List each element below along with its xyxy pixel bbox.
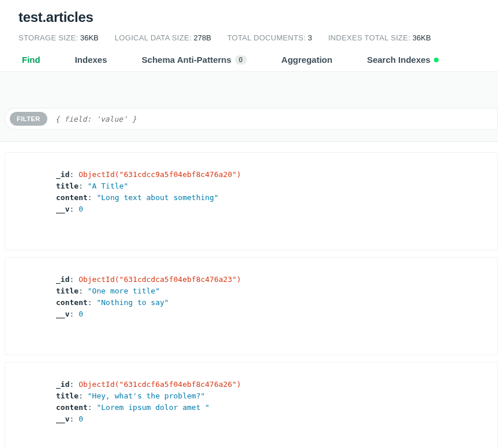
field-value: "A Title" (88, 182, 128, 190)
stat-label: TOTAL DOCUMENTS: (227, 33, 306, 42)
colon: : (88, 403, 97, 412)
field-key: title (56, 287, 78, 295)
field-value: "Nothing to say" (96, 298, 169, 307)
field-key: content (56, 193, 88, 202)
document-field: title: "A Title" (56, 180, 497, 192)
stat-value: 36KB (413, 33, 431, 42)
colon: : (78, 182, 88, 190)
field-value: "Long text about something" (96, 193, 218, 202)
tab-find[interactable]: Find (22, 55, 40, 71)
field-value: 0 (78, 310, 83, 318)
tab-indexes[interactable]: Indexes (75, 55, 107, 71)
stat-indexes: INDEXES TOTAL SIZE: 36KB (328, 33, 431, 42)
tab-schema[interactable]: Schema Anti-Patterns 0 (142, 55, 247, 71)
document-field: __v: 0 (56, 204, 497, 215)
collection-stats: STORAGE SIZE: 36KB LOGICAL DATA SIZE: 27… (18, 33, 480, 42)
field-key: __v (56, 415, 69, 423)
document-field: content: "Long text about something" (56, 192, 497, 204)
document-field: _id: ObjectId("631cdcf6a5f04ebf8c476a26"… (56, 379, 497, 390)
field-key: _id (56, 275, 69, 284)
field-value: ObjectId("631cdcc9a5f04ebf8c476a20") (78, 170, 241, 179)
field-value: "One more title" (88, 287, 160, 295)
document-field: title: "Hey, what's the problem?" (56, 390, 497, 402)
stat-value: 278B (193, 33, 211, 42)
filter-pill[interactable]: FILTER (10, 112, 47, 126)
field-key: __v (56, 205, 69, 213)
document-field: _id: ObjectId("631cdcc9a5f04ebf8c476a20"… (56, 169, 497, 180)
stat-label: INDEXES TOTAL SIZE: (328, 33, 410, 42)
colon: : (69, 380, 78, 389)
colon: : (69, 205, 78, 213)
document-field: title: "One more title" (56, 285, 497, 297)
field-key: content (56, 403, 88, 412)
field-key: title (56, 391, 78, 400)
filter-bar: FILTER (5, 108, 498, 130)
stat-logical: LOGICAL DATA SIZE: 278B (115, 33, 211, 42)
colon: : (88, 193, 97, 202)
tab-aggregation[interactable]: Aggregation (282, 55, 332, 71)
filter-input[interactable] (55, 115, 492, 123)
field-value: "Hey, what's the problem?" (88, 391, 205, 400)
colon: : (78, 287, 88, 295)
stat-value: 36KB (80, 33, 99, 42)
field-key: _id (56, 170, 69, 179)
stat-label: LOGICAL DATA SIZE: (115, 33, 192, 42)
colon: : (69, 275, 78, 284)
field-value: 0 (78, 205, 83, 213)
stat-docs: TOTAL DOCUMENTS: 3 (227, 33, 312, 42)
field-value: ObjectId("631cdcdca5f04ebf8c476a23") (78, 275, 241, 284)
document-card[interactable]: _id: ObjectId("631cdcc9a5f04ebf8c476a20"… (5, 152, 498, 250)
colon: : (78, 391, 88, 400)
field-value: 0 (78, 415, 83, 423)
document-field: content: "Lorem ipsum dolor amet " (56, 402, 497, 413)
tab-label: Search Indexes (367, 55, 430, 65)
field-key: title (56, 182, 78, 190)
stat-storage: STORAGE SIZE: 36KB (18, 33, 99, 42)
collection-title: test.articles (18, 9, 480, 25)
colon: : (88, 298, 97, 307)
filter-section: FILTER (0, 71, 498, 142)
document-field: _id: ObjectId("631cdcdca5f04ebf8c476a23"… (56, 274, 497, 285)
colon: : (69, 310, 78, 318)
status-dot-icon (434, 58, 439, 62)
tab-label: Schema Anti-Patterns (142, 55, 231, 65)
colon: : (69, 170, 78, 179)
tab-search-indexes[interactable]: Search Indexes (367, 55, 439, 71)
colon: : (69, 415, 78, 423)
field-key: _id (56, 380, 69, 389)
documents-list: _id: ObjectId("631cdcc9a5f04ebf8c476a20"… (0, 142, 498, 448)
document-field: content: "Nothing to say" (56, 297, 497, 308)
document-card[interactable]: _id: ObjectId("631cdcdca5f04ebf8c476a23"… (5, 257, 498, 355)
schema-count-badge: 0 (235, 55, 247, 65)
stat-label: STORAGE SIZE: (18, 33, 78, 42)
stat-value: 3 (308, 33, 312, 42)
field-value: ObjectId("631cdcf6a5f04ebf8c476a26") (78, 380, 241, 389)
document-field: __v: 0 (56, 308, 497, 320)
document-card[interactable]: _id: ObjectId("631cdcf6a5f04ebf8c476a26"… (5, 362, 498, 448)
field-key: __v (56, 310, 69, 318)
document-field: __v: 0 (56, 413, 497, 425)
tab-bar: Find Indexes Schema Anti-Patterns 0 Aggr… (18, 55, 480, 71)
field-value: "Lorem ipsum dolor amet " (96, 403, 209, 412)
field-key: content (56, 298, 88, 307)
